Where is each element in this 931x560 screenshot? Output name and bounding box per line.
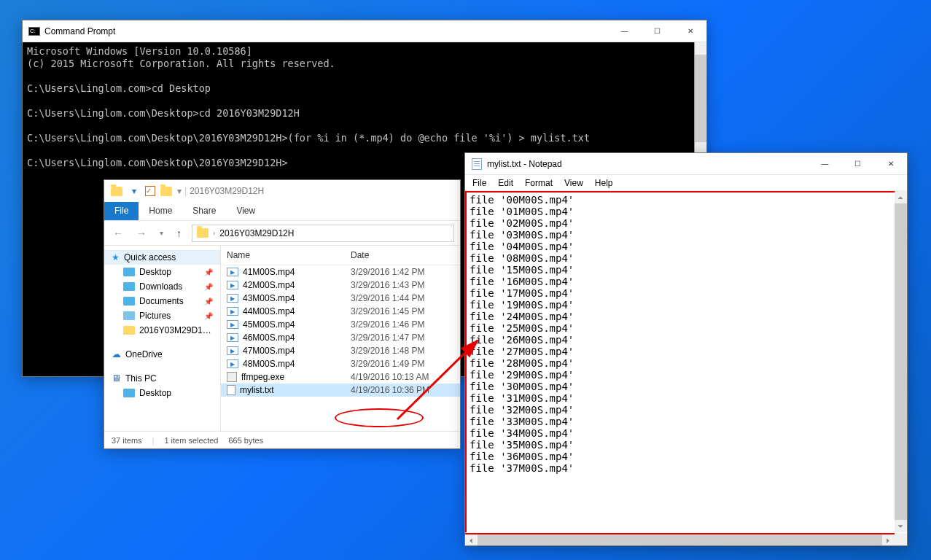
nav-pictures[interactable]: Pictures 📌 (104, 308, 220, 323)
nav-downloads[interactable]: Downloads 📌 (104, 279, 220, 294)
menu-format[interactable]: Format (519, 176, 558, 190)
explorer-titlebar[interactable]: ▾ ✓ ▾ | 2016Y03M29D12H (104, 180, 460, 202)
scroll-thumb[interactable] (478, 534, 882, 545)
cmd-maximize-button[interactable]: ☐ (641, 20, 674, 42)
file-date: 3/29/2016 1:42 PM (345, 267, 460, 277)
scroll-thumb[interactable] (895, 203, 907, 520)
notepad-editor[interactable]: file '00M00S.mp4' file '01M00S.mp4' file… (465, 191, 907, 532)
file-row[interactable]: ▶43M00S.mp43/29/2016 1:44 PM (221, 292, 460, 305)
menu-help[interactable]: Help (589, 176, 619, 190)
status-item-count: 37 items (112, 436, 142, 445)
menu-view[interactable]: View (558, 176, 589, 190)
file-name: ffmpeg.exe (241, 372, 284, 382)
filelist-header: Name Date (221, 246, 460, 265)
nav-desktop-2[interactable]: Desktop (104, 386, 220, 400)
notepad-close-button[interactable]: ✕ (874, 153, 907, 174)
file-date: 3/29/2016 1:45 PM (345, 306, 460, 316)
nav-quickaccess[interactable]: ★ Quick access (104, 250, 220, 265)
nav-desktop[interactable]: Desktop 📌 (104, 265, 220, 279)
qat-properties-icon[interactable]: ✓ (145, 186, 155, 196)
file-row[interactable]: ▶48M00S.mp43/29/2016 1:49 PM (221, 357, 460, 370)
menu-edit[interactable]: Edit (492, 176, 519, 190)
qat-save-icon[interactable]: ▾ (128, 184, 141, 198)
notepad-titlebar[interactable]: mylist.txt - Notepad — ☐ ✕ (465, 153, 907, 175)
pictures-icon (123, 311, 135, 320)
file-date: 3/29/2016 1:47 PM (345, 332, 460, 343)
explorer-title: 2016Y03M29D12H (190, 186, 264, 196)
menu-file[interactable]: File (467, 176, 492, 190)
folder-icon (123, 326, 135, 335)
notepad-maximize-button[interactable]: ☐ (841, 153, 874, 174)
folder-icon (123, 268, 135, 276)
file-date: 3/29/2016 1:43 PM (345, 280, 460, 290)
ribbon-tab-share[interactable]: Share (182, 202, 226, 220)
cmd-close-button[interactable]: ✕ (674, 20, 706, 42)
file-row[interactable]: ▶46M00S.mp43/29/2016 1:47 PM (221, 331, 460, 344)
pin-icon: 📌 (204, 268, 213, 276)
folder-icon (123, 297, 135, 306)
video-icon: ▶ (227, 268, 238, 276)
scroll-thumb[interactable] (695, 55, 706, 142)
file-name: 46M00S.mp4 (243, 332, 295, 343)
video-icon: ▶ (227, 359, 238, 368)
nav-recent-folder[interactable]: 2016Y03M29D1… (104, 323, 220, 338)
cmd-minimize-button[interactable]: — (608, 20, 641, 42)
file-row[interactable]: ▶41M00S.mp43/29/2016 1:42 PM (221, 265, 460, 279)
ribbon-tab-home[interactable]: Home (139, 202, 182, 220)
file-row[interactable]: ffmpeg.exe4/19/2016 10:13 AM (221, 370, 460, 384)
nav-recent-dropdown[interactable]: ▾ (157, 229, 166, 237)
folder-icon (123, 389, 135, 397)
file-row[interactable]: ▶47M00S.mp43/29/2016 1:48 PM (221, 344, 460, 357)
folder-icon (110, 184, 123, 198)
cloud-icon: ☁ (112, 349, 121, 359)
file-name: 43M00S.mp4 (243, 293, 295, 303)
explorer-addressbar: ← → ▾ ↑ › 2016Y03M29D12H (104, 221, 460, 246)
qat-dropdown-icon[interactable]: ▾ (177, 186, 182, 196)
pc-icon: 🖥 (112, 373, 121, 384)
nav-up-button[interactable]: ↑ (174, 228, 184, 239)
notepad-menubar: File Edit Format View Help (465, 175, 907, 191)
notepad-minimize-button[interactable]: — (809, 153, 841, 174)
ribbon-tab-view[interactable]: View (226, 202, 265, 220)
scroll-right-icon[interactable]: ⏵ (882, 534, 895, 545)
explorer-window: ▾ ✓ ▾ | 2016Y03M29D12H File Home Share V… (104, 179, 461, 449)
nav-documents[interactable]: Documents 📌 (104, 294, 220, 308)
breadcrumb[interactable]: › 2016Y03M29D12H (192, 225, 454, 242)
file-name: 41M00S.mp4 (243, 267, 295, 277)
explorer-statusbar: 37 items | 1 item selected 665 bytes (104, 431, 460, 448)
nav-back-button[interactable]: ← (110, 228, 126, 239)
scroll-up-icon[interactable]: ⏶ (895, 191, 907, 203)
file-row[interactable]: ▶45M00S.mp43/29/2016 1:46 PM (221, 318, 460, 331)
notepad-title: mylist.txt - Notepad (487, 159, 562, 169)
folder-icon (123, 282, 135, 291)
file-row[interactable]: ▶44M00S.mp43/29/2016 1:45 PM (221, 305, 460, 318)
notepad-icon (471, 158, 483, 170)
scroll-down-icon[interactable]: ⏷ (895, 520, 907, 532)
status-size: 665 bytes (228, 436, 263, 445)
scroll-left-icon[interactable]: ⏴ (465, 535, 478, 546)
video-icon: ▶ (227, 307, 238, 316)
chevron-right-icon[interactable]: › (213, 229, 215, 237)
pin-icon: 📌 (204, 312, 213, 320)
file-row[interactable]: mylist.txt4/19/2016 10:36 PM (221, 384, 460, 397)
nav-onedrive[interactable]: ☁ OneDrive (104, 346, 220, 362)
ribbon-tab-file[interactable]: File (104, 202, 139, 220)
breadcrumb-segment[interactable]: 2016Y03M29D12H (219, 228, 294, 238)
file-row[interactable]: ▶42M00S.mp43/29/2016 1:43 PM (221, 279, 460, 292)
file-name: 48M00S.mp4 (243, 359, 295, 369)
pin-icon: 📌 (204, 283, 213, 291)
txt-icon (227, 385, 235, 395)
notepad-hscrollbar[interactable]: ⏴ ⏵ (465, 533, 895, 545)
file-date: 4/19/2016 10:13 AM (345, 372, 460, 382)
file-date: 3/29/2016 1:46 PM (345, 319, 460, 330)
explorer-filelist: Name Date ▶41M00S.mp43/29/2016 1:42 PM▶4… (221, 246, 460, 431)
file-date: 3/29/2016 1:44 PM (345, 293, 460, 303)
notepad-vscrollbar[interactable]: ⏶ ⏷ (895, 191, 907, 532)
cmd-titlebar[interactable]: C: Command Prompt — ☐ ✕ (23, 20, 706, 42)
nav-thispc[interactable]: 🖥 This PC (104, 370, 220, 386)
cmd-icon: C: (28, 26, 40, 37)
status-selection: 1 item selected (164, 436, 218, 445)
column-date[interactable]: Date (345, 246, 460, 265)
folder-icon (197, 228, 209, 238)
column-name[interactable]: Name (221, 246, 345, 265)
